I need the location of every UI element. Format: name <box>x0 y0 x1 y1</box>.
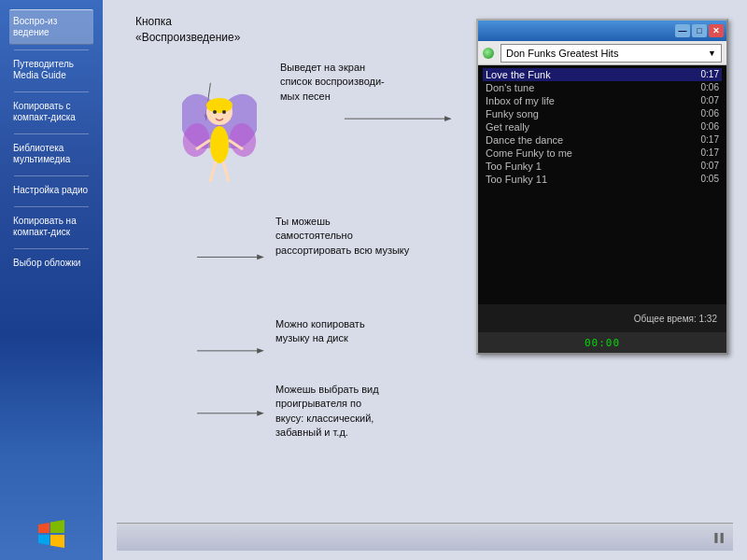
track-name: Too Funky 1 <box>486 161 691 172</box>
presentation-bar: ▐▐ <box>117 523 733 551</box>
player-controls: 00:00 <box>478 332 726 353</box>
sidebar-divider-1 <box>14 49 89 50</box>
svg-point-22 <box>222 110 226 114</box>
playlist-area: Love the Funk0:17Don's tune0:06Inbox of … <box>478 65 726 304</box>
track-name: Don's tune <box>486 82 691 93</box>
slide-counter: ▐▐ <box>712 533 724 542</box>
total-time-label: Общее время: 1:32 <box>634 314 717 324</box>
playlist-row[interactable]: Come Funky to me0:17 <box>483 147 722 160</box>
track-time: 0:07 <box>691 161 719 172</box>
playlist-row[interactable]: Too Funky 110:05 <box>483 173 722 186</box>
callout1-description: Выведет на экрансписок воспроизводи-мых … <box>280 61 385 104</box>
playlist-row[interactable]: Love the Funk0:17 <box>483 68 722 81</box>
playlist-row[interactable]: Dance the dance0:17 <box>483 133 722 147</box>
sidebar-bottom <box>0 517 103 551</box>
playlist-row[interactable]: Get really0:06 <box>483 120 722 133</box>
svg-marker-7 <box>257 348 264 354</box>
track-time: 0:05 <box>691 174 719 185</box>
player-toolbar: Don Funks Greatest Hits ▼ <box>478 41 726 65</box>
track-time: 0:06 <box>691 121 719 133</box>
track-time: 0:17 <box>691 69 719 80</box>
minimize-button[interactable]: — <box>675 24 690 37</box>
svg-line-20 <box>223 161 229 182</box>
svg-marker-9 <box>257 411 264 416</box>
svg-line-19 <box>210 161 216 182</box>
sidebar-item-playback[interactable]: Воспро-из ведение <box>9 9 93 45</box>
sidebar-divider-5 <box>14 206 89 207</box>
player-footer: Общее время: 1:32 <box>478 304 726 332</box>
sidebar-item-radio[interactable]: Настройка радио <box>9 179 93 202</box>
playlist-row[interactable]: Inbox of my life0:07 <box>483 94 722 107</box>
track-time: 0:17 <box>691 134 719 146</box>
playlist-row[interactable]: Don's tune0:06 <box>483 81 722 94</box>
annotations-area: Кнопка «Воспроизведение» Выведет на экра… <box>117 9 733 523</box>
player-titlebar: — □ ✕ <box>478 21 726 41</box>
track-name: Come Funky to me <box>486 147 691 159</box>
player-window: — □ ✕ Don Funks Greatest Hits ▼ Love the… <box>476 19 728 355</box>
track-time: 0:06 <box>691 108 719 119</box>
sidebar-item-copy-to-cd[interactable]: Копировать на компакт-диск <box>9 210 93 244</box>
track-name: Funky song <box>486 108 691 119</box>
callout2-text: Ты можешьсамостоятельнорассортировать вс… <box>275 215 409 258</box>
sidebar: Воспро-из ведение Путеводитель Media Gui… <box>0 0 103 560</box>
track-name: Dance the dance <box>486 134 691 146</box>
sidebar-item-media-guide[interactable]: Путеводитель Media Guide <box>9 53 93 87</box>
time-display: 00:00 <box>585 337 620 349</box>
sidebar-divider-4 <box>14 175 89 176</box>
callout3-text: Можно копироватьмузыку на диск <box>275 317 365 346</box>
playlist-row[interactable]: Too Funky 10:07 <box>483 160 722 173</box>
track-name: Too Funky 11 <box>486 174 691 185</box>
dropdown-arrow-icon: ▼ <box>708 49 716 58</box>
windows-logo-icon <box>35 517 68 551</box>
sidebar-item-skin[interactable]: Выбор обложки <box>9 252 93 274</box>
svg-point-14 <box>210 126 229 163</box>
sidebar-item-library[interactable]: Библиотека мультимедиа <box>9 137 93 171</box>
close-button[interactable]: ✕ <box>709 24 724 37</box>
playlist-row[interactable]: Funky song0:06 <box>483 107 722 120</box>
sidebar-divider-6 <box>14 248 89 249</box>
track-time: 0:07 <box>691 95 719 106</box>
svg-point-21 <box>213 110 217 114</box>
status-dot <box>483 48 494 59</box>
sidebar-divider-2 <box>14 91 89 92</box>
playlist-dropdown[interactable]: Don Funks Greatest Hits ▼ <box>500 44 722 63</box>
track-time: 0:06 <box>691 82 719 93</box>
track-time: 0:17 <box>691 147 719 159</box>
fairy-image <box>182 70 257 191</box>
svg-point-16 <box>206 98 233 113</box>
svg-marker-3 <box>444 116 452 121</box>
svg-marker-5 <box>257 255 264 260</box>
track-name: Inbox of my life <box>486 95 691 106</box>
sidebar-divider-3 <box>14 133 89 134</box>
playlist-title: Don Funks Greatest Hits <box>506 48 618 59</box>
maximize-button[interactable]: □ <box>692 24 707 37</box>
track-name: Love the Funk <box>486 69 691 80</box>
callout4-text: Можешь выбрать видпроигрывателя повкусу:… <box>275 383 379 441</box>
track-name: Get really <box>486 121 691 133</box>
sidebar-item-copy-from-cd[interactable]: Копировать с компакт-диска <box>9 95 93 129</box>
main-content: Кнопка «Воспроизведение» Выведет на экра… <box>103 0 747 560</box>
callout1-title: Кнопка «Воспроизведение» <box>135 14 240 46</box>
